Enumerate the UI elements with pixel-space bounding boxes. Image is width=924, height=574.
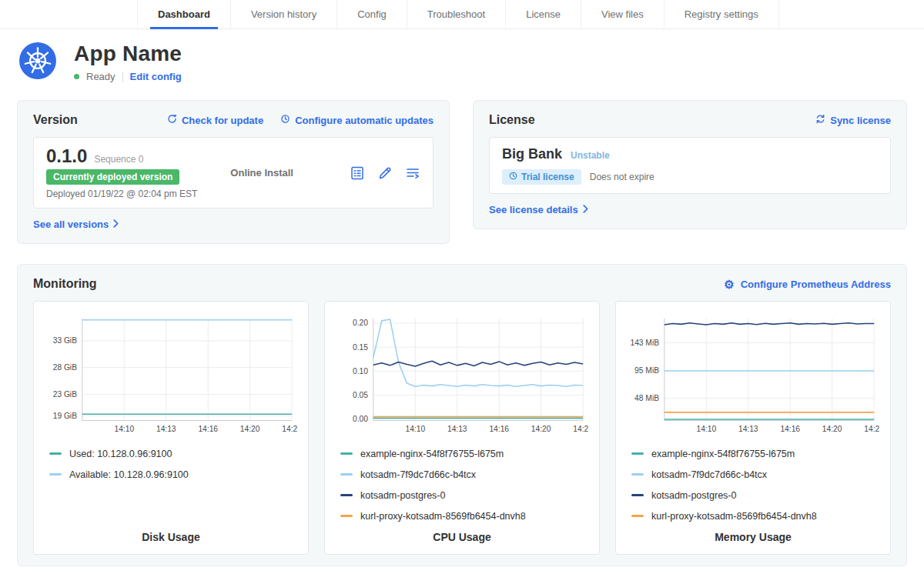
version-number: 0.1.0 <box>46 146 87 166</box>
svg-text:28 GiB: 28 GiB <box>53 363 77 372</box>
svg-text:14:20: 14:20 <box>822 425 842 433</box>
cpu-usage-chart: 0.200.150.100.050.0014:1014:1314:1614:20… <box>336 311 588 439</box>
svg-text:14:20: 14:20 <box>240 425 260 433</box>
gear-icon: ⚙ <box>724 279 734 290</box>
divider <box>122 72 123 82</box>
sync-license-label: Sync license <box>830 115 891 126</box>
legend-item: kotsadm-postgres-0 <box>631 490 879 501</box>
legend-label: kotsadm-7f9dc7d66c-b4tcx <box>360 469 476 480</box>
svg-text:14:20: 14:20 <box>531 425 551 433</box>
memory-usage-chart-card: 143 MiB95 MiB48 MiB14:1014:1314:1614:201… <box>615 301 891 555</box>
svg-text:33 GiB: 33 GiB <box>53 336 77 345</box>
svg-text:143 MiB: 143 MiB <box>630 339 659 347</box>
see-license-details-label: See license details <box>489 204 578 215</box>
svg-text:14:10: 14:10 <box>696 425 716 433</box>
edit-config-link[interactable]: Edit config <box>130 71 182 82</box>
chart-canvas: 0.200.150.100.050.0014:1014:1314:1614:20… <box>336 311 588 439</box>
deployed-version-badge: Currently deployed version <box>46 169 179 185</box>
legend-label: example-nginx-54f8f76755-l675m <box>651 449 795 459</box>
legend-item: example-nginx-54f8f76755-l675m <box>340 449 588 459</box>
tab-config[interactable]: Config <box>336 0 407 28</box>
legend-swatch <box>340 473 353 476</box>
chart-canvas: 143 MiB95 MiB48 MiB14:1014:1314:1614:201… <box>627 311 879 439</box>
legend-label: example-nginx-54f8f76755-l675m <box>360 449 504 459</box>
schedule-clock-icon <box>280 114 290 126</box>
memory-usage-chart: 143 MiB95 MiB48 MiB14:1014:1314:1614:201… <box>627 311 879 439</box>
disk-usage-chart-card: 33 GiB28 GiB23 GiB19 GiB14:1014:1314:161… <box>33 301 309 555</box>
charts-row: 33 GiB28 GiB23 GiB19 GiB14:1014:1314:161… <box>33 301 891 555</box>
legend-swatch <box>340 452 353 455</box>
legend-label: Available: 10.128.0.96:9100 <box>69 469 189 480</box>
svg-text:14:16: 14:16 <box>780 425 800 433</box>
license-heading: License <box>489 113 535 127</box>
svg-text:14:10: 14:10 <box>405 425 425 433</box>
chart-title: Disk Usage <box>45 526 297 545</box>
svg-text:0.05: 0.05 <box>353 391 368 399</box>
version-heading: Version <box>33 113 78 127</box>
tab-version-history[interactable]: Version history <box>230 0 336 28</box>
disk-usage-chart: 33 GiB28 GiB23 GiB19 GiB14:1014:1314:161… <box>45 311 297 439</box>
release-notes-icon[interactable] <box>350 165 365 181</box>
tab-registry-settings[interactable]: Registry settings <box>664 0 779 28</box>
legend-label: kotsadm-postgres-0 <box>360 490 445 501</box>
top-cards-row: Version Check for update Configure autom… <box>0 89 924 244</box>
tab-troubleshoot[interactable]: Troubleshoot <box>407 0 505 28</box>
cpu-usage-chart-card: 0.200.150.100.050.0014:1014:1314:1614:20… <box>324 301 600 555</box>
chevron-right-icon <box>583 204 588 215</box>
legend-label: kotsadm-postgres-0 <box>651 490 736 501</box>
legend-swatch <box>340 494 353 496</box>
legend-item: kotsadm-postgres-0 <box>340 490 588 501</box>
edit-values-icon[interactable] <box>377 165 393 181</box>
legend-item: kurl-proxy-kotsadm-8569fb6454-dnvh8 <box>340 511 588 522</box>
legend-swatch <box>631 515 644 517</box>
chevron-right-icon <box>113 219 119 230</box>
chart-canvas: 33 GiB28 GiB23 GiB19 GiB14:1014:1314:161… <box>45 311 297 439</box>
deployed-timestamp: Deployed 01/19/22 @ 02:04 pm EST <box>46 189 197 199</box>
kubernetes-logo-icon <box>18 42 57 83</box>
configure-prometheus-label: Configure Prometheus Address <box>741 279 891 290</box>
svg-text:14:13: 14:13 <box>447 425 467 433</box>
see-all-versions-link[interactable]: See all versions <box>33 219 119 230</box>
legend-label: Used: 10.128.0.96:9100 <box>69 449 172 459</box>
chart-title: Memory Usage <box>627 526 879 545</box>
tab-license[interactable]: License <box>505 0 581 28</box>
svg-text:0.20: 0.20 <box>353 319 368 327</box>
version-panel: Version Check for update Configure autom… <box>17 100 450 244</box>
svg-text:14:23: 14:23 <box>573 425 588 433</box>
check-for-update-button[interactable]: Check for update <box>167 114 263 126</box>
see-license-details-link[interactable]: See license details <box>489 204 588 215</box>
sequence-label: Sequence 0 <box>94 154 143 165</box>
legend-swatch <box>340 515 353 517</box>
current-version-card: 0.1.0 Sequence 0 Currently deployed vers… <box>33 137 434 209</box>
configure-prometheus-button[interactable]: ⚙ Configure Prometheus Address <box>724 279 891 290</box>
svg-text:0.15: 0.15 <box>353 343 368 352</box>
top-navigation: Dashboard Version history Config Trouble… <box>0 0 924 29</box>
disk-usage-legend: Used: 10.128.0.96:9100Available: 10.128.… <box>45 449 297 480</box>
install-type-label: Online Install <box>230 167 293 179</box>
see-all-versions-label: See all versions <box>33 219 109 230</box>
license-panel: License Sync license Big Bank Unstable T… <box>473 100 907 229</box>
license-channel-label: Unstable <box>571 150 610 161</box>
configure-automatic-updates-button[interactable]: Configure automatic updates <box>280 114 434 126</box>
svg-text:14:23: 14:23 <box>282 425 297 433</box>
legend-item: example-nginx-54f8f76755-l675m <box>631 449 879 459</box>
license-customer-name: Big Bank <box>502 146 562 162</box>
tab-view-files[interactable]: View files <box>581 0 664 28</box>
sync-icon <box>815 114 825 126</box>
legend-item: kotsadm-7f9dc7d66c-b4tcx <box>631 469 879 480</box>
deploy-logs-icon[interactable] <box>405 165 420 181</box>
legend-swatch <box>631 494 644 496</box>
sync-license-button[interactable]: Sync license <box>815 114 891 126</box>
legend-item: kurl-proxy-kotsadm-8569fb6454-dnvh8 <box>631 511 879 522</box>
svg-text:14:16: 14:16 <box>489 425 509 433</box>
page-title: App Name <box>74 42 182 66</box>
svg-text:0.10: 0.10 <box>353 367 368 375</box>
app-status-text: Ready <box>86 71 116 82</box>
cpu-usage-legend: example-nginx-54f8f76755-l675mkotsadm-7f… <box>336 449 588 522</box>
svg-text:0.00: 0.00 <box>353 415 368 423</box>
tab-dashboard[interactable]: Dashboard <box>137 0 230 28</box>
memory-usage-legend: example-nginx-54f8f76755-l675mkotsadm-7f… <box>627 449 879 522</box>
svg-text:14:13: 14:13 <box>738 425 758 433</box>
svg-text:14:13: 14:13 <box>156 425 176 433</box>
configure-automatic-updates-label: Configure automatic updates <box>295 115 434 126</box>
